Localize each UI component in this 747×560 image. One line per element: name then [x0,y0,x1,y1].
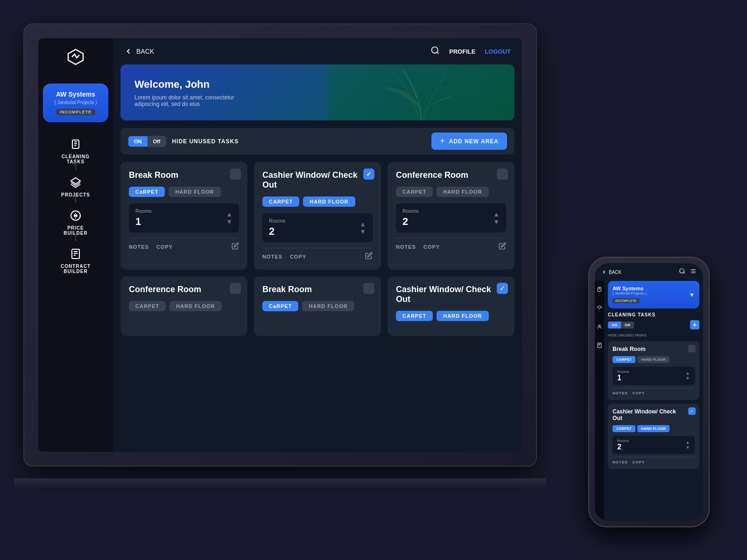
card-buttons-4: CARPET HARD FLOOR [129,301,239,311]
edit-icon-2[interactable] [365,252,373,261]
rooms-arrows-3: ▲ ▼ [493,211,500,225]
phone-rooms-up-2[interactable]: ▲ [685,440,690,445]
svg-point-22 [599,325,600,327]
phone-rooms-down-2[interactable]: ▼ [685,445,690,450]
phone-notes-2[interactable]: NOTES [613,460,628,464]
phone-rooms-down-1[interactable]: ▼ [685,376,690,381]
phone-sidebar [595,281,604,521]
carpet-btn-3[interactable]: CARPET [396,187,433,197]
phone-card-btns-2: CARPET HARD FLOOR [613,425,695,432]
card-checkbox-1[interactable] [230,168,241,180]
rooms-control-1: Rooms 1 ▲ ▼ [129,203,239,232]
rooms-down-3[interactable]: ▼ [493,218,500,225]
card-checkbox-6[interactable] [497,283,508,294]
phone-nav-file[interactable] [597,342,602,350]
card-footer-3: NOTES COPY [396,238,506,252]
phone-rooms-num-1: 1 [617,374,629,382]
phone-card-checkbox-2[interactable] [688,407,696,415]
phone-toggle-switch[interactable]: ON Off [608,322,634,329]
sidebar-item-price-builder[interactable]: PRICEBUILDER [43,203,108,241]
add-area-button[interactable]: + ADD NEW AREA [431,133,507,150]
company-card[interactable]: AW Systems ( Janitorial Projects ) INCOM… [43,84,108,122]
hardfloor-btn-1[interactable]: HARD FLOOR [169,187,220,197]
carpet-btn-1[interactable]: CaRPET [129,187,165,197]
carpet-btn-2[interactable]: CARPET [262,196,299,207]
sidebar-item-cleaning-tasks[interactable]: CLEANINGTASKS [43,132,108,170]
phone-copy-2[interactable]: COPY [633,460,645,464]
notes-link-1[interactable]: NOTES [129,244,149,250]
notes-link-3[interactable]: NOTES [396,244,416,250]
phone-card-cashier: Cashier Window/ Check Out CARPET HARD FL… [608,404,699,469]
back-label: BACK [136,48,154,55]
toggle-off[interactable]: Off [148,136,166,147]
edit-icon-3[interactable] [499,242,506,252]
carpet-btn-6[interactable]: CARPET [396,311,433,321]
controls-bar: ON Off HIDE UNUSED TASKS + ADD NEW AREA [120,128,514,154]
laptop-device: AW Systems ( Janitorial Projects ) INCOM… [23,23,537,481]
carpet-btn-5[interactable]: CaRPET [262,301,298,311]
welcome-text: Welcome, John Lorem ipsum dolor sit amet… [134,78,251,107]
phone-content: AW Systems ( Janitorial Projects ) INCOM… [604,281,703,521]
phone-add-button[interactable]: + [690,320,699,329]
rooms-up-2[interactable]: ▲ [359,221,366,227]
copy-link-1[interactable]: COPY [156,244,173,250]
price-builder-label: PRICEBUILDER [63,225,87,236]
phone-search-icon[interactable] [679,268,685,276]
phone-rooms-1: Rooms 1 ▲ ▼ [613,367,695,385]
card-checkbox-5[interactable] [363,283,374,294]
logout-link[interactable]: LOGOUT [485,48,511,55]
card-checkbox-4[interactable] [230,283,241,294]
welcome-subtitle: Lorem ipsum dolor sit amet, consectetur … [134,94,251,107]
phone-copy-1[interactable]: COPY [633,391,645,395]
hardfloor-btn-6[interactable]: HARD FLOOR [437,311,488,321]
rooms-down-1[interactable]: ▼ [226,218,233,225]
card-checkbox-2[interactable] [363,168,374,180]
phone-back-label: BACK [609,270,621,275]
card-footer-2: NOTES COPY [262,248,373,261]
phone-status-badge: INCOMPLETE [613,298,640,303]
hardfloor-btn-5[interactable]: HARD FLOOR [302,301,354,311]
card-footer-1: NOTES COPY [129,238,239,252]
price-builder-icon [69,209,83,223]
phone-hardfloor-btn-1[interactable]: HARD FLOOR [637,356,669,363]
copy-link-3[interactable]: COPY [423,244,440,250]
phone-rooms-up-1[interactable]: ▲ [685,371,690,376]
phone-hardfloor-btn-2[interactable]: HARD FLOOR [637,425,669,432]
phone-notes-1[interactable]: NOTES [613,391,628,395]
hardfloor-btn-4[interactable]: HARD FLOOR [169,301,221,311]
rooms-down-2[interactable]: ▼ [359,228,366,235]
phone-company-card[interactable]: AW Systems ( Janitorial Projects ) INCOM… [608,281,699,308]
copy-link-2[interactable]: COPY [290,254,306,259]
add-area-label: ADD NEW AREA [449,138,499,145]
phone-carpet-btn-1[interactable]: CARPET [613,356,635,363]
phone-carpet-btn-2[interactable]: CARPET [613,425,635,432]
rooms-control-3: Rooms 2 ▲ ▼ [396,203,506,232]
card-title-4: Conference Room [129,285,239,294]
phone-card-checkbox-1[interactable] [688,345,696,352]
back-button[interactable]: BACK [124,47,154,56]
profile-link[interactable]: PROFILE [449,48,475,55]
rooms-up-1[interactable]: ▲ [226,211,233,217]
phone-nav-clipboard[interactable] [597,286,602,294]
hardfloor-btn-3[interactable]: HARD FLOOR [437,187,488,197]
phone-rooms-arrows-2: ▲ ▼ [685,440,690,450]
card-title-2: Cashier Window/ Check Out [262,170,373,190]
toggle-switch[interactable]: ON Off [128,136,166,147]
cleaning-tasks-label: CLEANINGTASKS [62,154,90,164]
hardfloor-btn-2[interactable]: HARD FLOOR [303,196,355,207]
sidebar-item-projects[interactable]: PROJECTS [43,170,108,203]
sidebar-item-contract-builder[interactable]: CONTRACTBUILDER [43,241,108,274]
phone-back-btn[interactable]: BACK [601,269,621,275]
carpet-btn-4[interactable]: CARPET [129,301,166,311]
card-checkbox-3[interactable] [497,168,508,180]
notes-link-2[interactable]: NOTES [262,254,282,259]
rooms-up-3[interactable]: ▲ [493,211,500,217]
edit-icon-1[interactable] [232,242,239,252]
card-buttons-6: CARPET HARD FLOOR [396,311,506,321]
phone-nav-layers[interactable] [597,304,602,313]
phone-menu-icon[interactable] [690,268,697,276]
search-icon[interactable] [430,46,440,57]
phone-nav-person[interactable] [597,323,602,331]
toggle-on[interactable]: ON [128,136,148,147]
area-card-cashier-1: Cashier Window/ Check Out CARPET HARD FL… [254,162,381,270]
